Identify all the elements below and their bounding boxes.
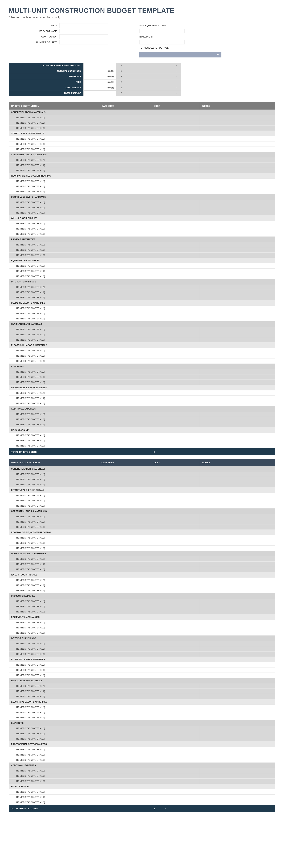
item-cost[interactable] [151, 715, 200, 720]
item-category[interactable] [99, 136, 151, 142]
item-task[interactable]: [ITEMIZED TASK/MATERIAL 1] [9, 306, 99, 311]
item-category[interactable] [99, 477, 151, 482]
item-cost[interactable] [151, 609, 200, 614]
item-cost[interactable] [151, 731, 200, 736]
item-category[interactable] [99, 620, 151, 625]
item-notes[interactable] [200, 284, 275, 290]
item-notes[interactable] [200, 163, 275, 168]
item-cost[interactable] [151, 599, 200, 604]
item-notes[interactable] [200, 168, 275, 173]
item-category[interactable] [99, 443, 151, 448]
item-cost[interactable] [151, 482, 200, 487]
item-notes[interactable] [200, 274, 275, 279]
item-category[interactable] [99, 747, 151, 752]
item-task[interactable]: [ITEMIZED TASK/MATERIAL 3] [9, 630, 99, 636]
item-task[interactable]: [ITEMIZED TASK/MATERIAL 1] [9, 242, 99, 247]
item-task[interactable]: [ITEMIZED TASK/MATERIAL 3] [9, 316, 99, 321]
item-task[interactable]: [ITEMIZED TASK/MATERIAL 1] [9, 535, 99, 540]
item-cost[interactable] [151, 412, 200, 417]
item-cost[interactable] [151, 604, 200, 609]
item-task[interactable]: [ITEMIZED TASK/MATERIAL 2] [9, 163, 99, 168]
item-task[interactable]: [ITEMIZED TASK/MATERIAL 3] [9, 274, 99, 279]
item-task[interactable]: [ITEMIZED TASK/MATERIAL 1] [9, 599, 99, 604]
item-category[interactable] [99, 524, 151, 530]
item-task[interactable]: [ITEMIZED TASK/MATERIAL 3] [9, 380, 99, 385]
item-notes[interactable] [200, 726, 275, 731]
item-notes[interactable] [200, 498, 275, 503]
item-cost[interactable] [151, 221, 200, 226]
item-category[interactable] [99, 264, 151, 269]
item-category[interactable] [99, 353, 151, 359]
item-category[interactable] [99, 231, 151, 237]
item-cost[interactable] [151, 401, 200, 406]
item-notes[interactable] [200, 136, 275, 142]
item-task[interactable]: [ITEMIZED TASK/MATERIAL 1] [9, 136, 99, 142]
item-category[interactable] [99, 652, 151, 657]
item-cost[interactable] [151, 274, 200, 279]
item-category[interactable] [99, 438, 151, 443]
item-notes[interactable] [200, 306, 275, 311]
item-cost[interactable] [151, 620, 200, 625]
item-cost[interactable] [151, 231, 200, 237]
item-cost[interactable] [151, 295, 200, 300]
item-notes[interactable] [200, 630, 275, 636]
item-category[interactable] [99, 779, 151, 784]
item-cost[interactable] [151, 800, 200, 805]
item-task[interactable]: [ITEMIZED TASK/MATERIAL 1] [9, 726, 99, 731]
item-notes[interactable] [200, 221, 275, 226]
item-cost[interactable] [151, 705, 200, 710]
item-notes[interactable] [200, 583, 275, 588]
item-notes[interactable] [200, 210, 275, 215]
item-task[interactable]: [ITEMIZED TASK/MATERIAL 1] [9, 412, 99, 417]
item-cost[interactable] [151, 353, 200, 359]
item-category[interactable] [99, 498, 151, 503]
item-notes[interactable] [200, 731, 275, 736]
item-category[interactable] [99, 253, 151, 258]
item-notes[interactable] [200, 332, 275, 337]
item-notes[interactable] [200, 668, 275, 673]
item-cost[interactable] [151, 503, 200, 508]
item-notes[interactable] [200, 652, 275, 657]
item-notes[interactable] [200, 179, 275, 184]
summary-pct[interactable]: 0.00% [83, 68, 116, 74]
item-category[interactable] [99, 189, 151, 194]
item-category[interactable] [99, 503, 151, 508]
site-sf-input[interactable] [139, 29, 184, 33]
item-category[interactable] [99, 646, 151, 652]
item-category[interactable] [99, 768, 151, 773]
item-task[interactable]: [ITEMIZED TASK/MATERIAL 1] [9, 200, 99, 205]
item-notes[interactable] [200, 599, 275, 604]
item-cost[interactable] [151, 210, 200, 215]
item-task[interactable]: [ITEMIZED TASK/MATERIAL 1] [9, 115, 99, 120]
item-notes[interactable] [200, 546, 275, 551]
item-notes[interactable] [200, 184, 275, 189]
item-category[interactable] [99, 242, 151, 247]
item-cost[interactable] [151, 438, 200, 443]
item-category[interactable] [99, 125, 151, 131]
item-category[interactable] [99, 609, 151, 614]
item-task[interactable]: [ITEMIZED TASK/MATERIAL 1] [9, 157, 99, 163]
item-notes[interactable] [200, 620, 275, 625]
item-category[interactable] [99, 115, 151, 120]
item-category[interactable] [99, 705, 151, 710]
item-notes[interactable] [200, 348, 275, 353]
item-category[interactable] [99, 578, 151, 583]
item-cost[interactable] [151, 567, 200, 572]
item-category[interactable] [99, 337, 151, 342]
item-cost[interactable] [151, 200, 200, 205]
item-category[interactable] [99, 311, 151, 316]
item-notes[interactable] [200, 205, 275, 210]
item-cost[interactable] [151, 683, 200, 689]
item-task[interactable]: [ITEMIZED TASK/MATERIAL 1] [9, 620, 99, 625]
item-task[interactable]: [ITEMIZED TASK/MATERIAL 1] [9, 433, 99, 438]
item-notes[interactable] [200, 673, 275, 678]
item-cost[interactable] [151, 142, 200, 147]
item-task[interactable]: [ITEMIZED TASK/MATERIAL 1] [9, 514, 99, 519]
item-cost[interactable] [151, 519, 200, 524]
item-task[interactable]: [ITEMIZED TASK/MATERIAL 2] [9, 438, 99, 443]
item-notes[interactable] [200, 433, 275, 438]
item-task[interactable]: [ITEMIZED TASK/MATERIAL 3] [9, 253, 99, 258]
item-notes[interactable] [200, 482, 275, 487]
item-category[interactable] [99, 120, 151, 125]
item-category[interactable] [99, 583, 151, 588]
